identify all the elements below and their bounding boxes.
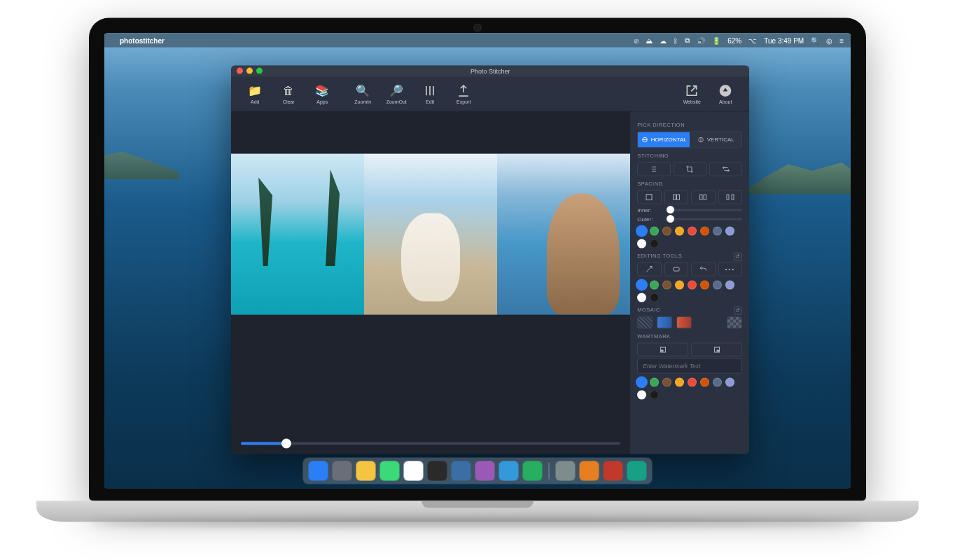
zoom-slider[interactable] bbox=[241, 442, 620, 444]
color-swatch[interactable] bbox=[713, 377, 722, 386]
battery-icon[interactable]: 🔋 bbox=[712, 36, 720, 44]
siri-icon[interactable]: ◎ bbox=[826, 36, 832, 44]
color-swatch[interactable] bbox=[650, 239, 659, 248]
watermark-text-input[interactable] bbox=[637, 358, 742, 373]
color-swatch[interactable] bbox=[637, 280, 646, 289]
color-swatch[interactable] bbox=[725, 377, 734, 386]
color-swatch[interactable] bbox=[713, 280, 722, 289]
inner-spacing-thumb[interactable] bbox=[667, 206, 674, 214]
edit-tool-undo[interactable] bbox=[691, 262, 716, 276]
minimize-button[interactable] bbox=[246, 68, 253, 74]
watermark-position-1[interactable] bbox=[637, 342, 688, 356]
mountain-menulet-icon[interactable]: ⛰ bbox=[646, 36, 653, 44]
color-swatch[interactable] bbox=[662, 226, 671, 235]
dock-app[interactable] bbox=[604, 461, 623, 481]
color-swatch[interactable] bbox=[675, 226, 684, 235]
color-swatch[interactable] bbox=[650, 377, 659, 386]
dock-app[interactable] bbox=[475, 461, 495, 481]
bluetooth-icon[interactable]: ᛒ bbox=[674, 36, 678, 44]
fullscreen-button[interactable] bbox=[256, 68, 263, 74]
clear-button[interactable]: 🗑 Clear bbox=[272, 83, 305, 104]
website-button[interactable]: Website bbox=[675, 83, 709, 104]
color-swatch[interactable] bbox=[725, 226, 734, 235]
color-swatch[interactable] bbox=[637, 293, 646, 302]
add-button[interactable]: 📁 Add bbox=[238, 83, 272, 104]
dock-app[interactable] bbox=[356, 461, 376, 481]
mosaic-pattern-4[interactable] bbox=[727, 316, 742, 328]
direction-horizontal[interactable]: HORIZONTAL bbox=[638, 132, 690, 147]
zoom-slider-thumb[interactable] bbox=[281, 438, 291, 448]
dock-app[interactable] bbox=[380, 461, 400, 481]
color-swatch[interactable] bbox=[713, 226, 722, 235]
edit-tool-more[interactable]: ••• bbox=[718, 262, 743, 276]
stitched-images[interactable] bbox=[231, 153, 630, 314]
dock-app[interactable] bbox=[499, 461, 519, 481]
watermark-position-2[interactable] bbox=[691, 342, 742, 356]
cloud-menulet-icon[interactable]: ☁ bbox=[660, 36, 667, 44]
stitch-mode-3[interactable] bbox=[709, 162, 742, 176]
color-swatch[interactable] bbox=[637, 390, 646, 399]
about-button[interactable]: About bbox=[709, 83, 742, 104]
dock-app[interactable] bbox=[452, 461, 471, 481]
menubar-app-name[interactable]: photostitcher bbox=[120, 36, 165, 44]
stitch-mode-2[interactable] bbox=[674, 162, 706, 176]
stitched-image-2[interactable] bbox=[364, 153, 497, 314]
color-swatch[interactable] bbox=[650, 293, 659, 302]
color-swatch[interactable] bbox=[637, 226, 646, 235]
volume-icon[interactable]: 🔊 bbox=[697, 36, 705, 44]
editing-reset-button[interactable]: ↺ bbox=[734, 252, 742, 260]
color-swatch[interactable] bbox=[700, 280, 709, 289]
spacing-preset-2[interactable] bbox=[664, 190, 689, 204]
zoomout-button[interactable]: 🔎 ZoomOut bbox=[379, 83, 413, 104]
spacing-preset-1[interactable] bbox=[637, 190, 662, 204]
notification-center-icon[interactable]: ≡ bbox=[839, 36, 844, 44]
dock-app[interactable] bbox=[556, 461, 576, 481]
color-swatch[interactable] bbox=[688, 377, 697, 386]
mosaic-pattern-1[interactable] bbox=[637, 316, 653, 328]
color-swatch[interactable] bbox=[725, 280, 734, 289]
color-swatch[interactable] bbox=[688, 280, 697, 289]
edit-button[interactable]: Edit bbox=[413, 83, 447, 104]
control-center-icon[interactable]: ⌥ bbox=[748, 36, 757, 44]
dock-app[interactable] bbox=[404, 461, 424, 481]
color-swatch[interactable] bbox=[700, 226, 709, 235]
clock[interactable]: Tue 3:49 PM bbox=[764, 36, 804, 44]
color-swatch[interactable] bbox=[688, 226, 697, 235]
dock-app[interactable] bbox=[627, 461, 647, 481]
spacing-preset-3[interactable] bbox=[691, 190, 716, 204]
mosaic-pattern-3[interactable] bbox=[676, 316, 692, 328]
inner-spacing-slider[interactable] bbox=[667, 209, 742, 211]
stitch-mode-1[interactable] bbox=[637, 162, 670, 176]
outer-spacing-thumb[interactable] bbox=[667, 215, 674, 223]
mosaic-reset-button[interactable]: ↺ bbox=[734, 306, 742, 314]
mosaic-pattern-2[interactable] bbox=[657, 316, 672, 328]
color-swatch[interactable] bbox=[662, 377, 671, 386]
outer-spacing-slider[interactable] bbox=[667, 218, 742, 220]
dock-app[interactable] bbox=[309, 461, 328, 481]
color-swatch[interactable] bbox=[700, 377, 709, 386]
dock-app[interactable] bbox=[580, 461, 599, 481]
color-swatch[interactable] bbox=[675, 377, 684, 386]
stitched-image-1[interactable] bbox=[231, 153, 364, 314]
stitched-image-3[interactable] bbox=[497, 153, 630, 314]
color-swatch[interactable] bbox=[637, 239, 646, 248]
zoomin-button[interactable]: 🔍 ZoomIn bbox=[346, 83, 379, 104]
color-swatch[interactable] bbox=[662, 280, 671, 289]
color-swatch[interactable] bbox=[650, 226, 659, 235]
close-button[interactable] bbox=[237, 68, 243, 74]
export-button[interactable]: Export bbox=[447, 83, 480, 104]
direction-vertical[interactable]: VERTICAL bbox=[690, 132, 741, 147]
spotlight-icon[interactable]: 🔍 bbox=[811, 36, 819, 44]
color-swatch[interactable] bbox=[675, 280, 684, 289]
display-mirror-icon[interactable]: ⎚ bbox=[634, 36, 639, 44]
color-swatch[interactable] bbox=[637, 377, 646, 386]
dock-app[interactable] bbox=[523, 461, 543, 481]
window-titlebar[interactable]: Photo Stitcher bbox=[231, 65, 749, 76]
dock-app[interactable] bbox=[333, 461, 352, 481]
color-swatch[interactable] bbox=[650, 280, 659, 289]
edit-tool-arrow[interactable] bbox=[637, 262, 662, 276]
wifi-icon[interactable]: ⧉ bbox=[685, 36, 690, 45]
dock-app[interactable] bbox=[428, 461, 447, 481]
spacing-preset-4[interactable] bbox=[718, 190, 743, 204]
color-swatch[interactable] bbox=[650, 390, 659, 399]
